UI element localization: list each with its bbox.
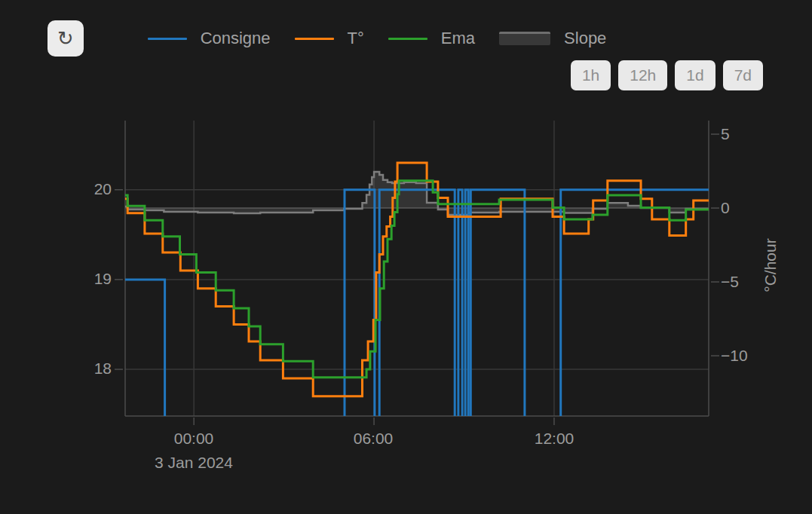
- y-right-axis-title: °C/hour: [761, 238, 780, 292]
- y-left-tick-label: 19: [63, 270, 112, 288]
- x-tick-label: 12:00: [509, 430, 599, 448]
- y-right-tick-label: −10: [721, 347, 748, 365]
- y-right-tick-label: −5: [721, 273, 739, 291]
- x-tick-label: 06:00: [328, 430, 418, 448]
- x-axis-date-label: 3 Jan 2024: [118, 454, 269, 472]
- y-left-tick-label: 20: [63, 180, 112, 198]
- y-left-tick-label: 18: [63, 359, 112, 378]
- y-right-tick-label: 0: [721, 199, 730, 217]
- x-tick-label: 00:00: [149, 430, 239, 448]
- climate-chart-panel: ↻ Consigne T° Ema Slope 1h 12h 1d 7d 20 …: [0, 0, 812, 514]
- series-line-Consigne: [125, 190, 709, 460]
- y-right-tick-label: 5: [721, 125, 730, 143]
